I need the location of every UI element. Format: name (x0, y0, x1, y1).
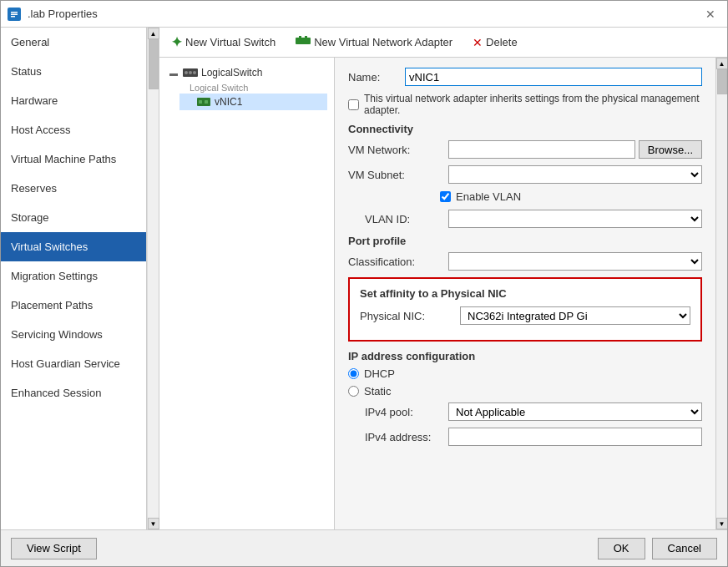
name-input[interactable] (405, 68, 702, 86)
delete-label: Delete (486, 36, 518, 48)
physical-nic-row: Physical NIC: NC362i Integrated DP Gi (360, 306, 690, 325)
sidebar-item-reserves[interactable]: Reserves (1, 174, 146, 203)
vm-network-label: VM Network: (348, 144, 448, 156)
physical-nic-select[interactable]: NC362i Integrated DP Gi (460, 306, 690, 325)
inherit-checkbox[interactable] (348, 99, 359, 110)
delete-icon: ✕ (473, 36, 483, 49)
sidebar-item-placement[interactable]: Placement Paths (1, 291, 146, 320)
svg-point-8 (185, 71, 188, 74)
scroll-track-detail (716, 69, 728, 518)
sidebar-item-virtual-switches[interactable]: Virtual Switches (1, 232, 146, 261)
window-title: .lab Properties (28, 8, 98, 20)
logical-switch-label: LogicalSwitch (201, 67, 262, 78)
browse-button[interactable]: Browse... (639, 140, 702, 159)
sidebar-item-servicing[interactable]: Servicing Windows (1, 320, 146, 349)
ip-config-header: IP address configuration (348, 350, 702, 362)
dhcp-label: DHCP (364, 367, 395, 380)
static-row: Static (348, 385, 702, 397)
vlan-id-select[interactable] (448, 210, 702, 228)
sidebar-item-general[interactable]: General (1, 28, 146, 57)
main-panel: ✦ New Virtual Switch New Virtual Network… (159, 28, 727, 529)
tree-expand-icon[interactable]: ▬ (169, 68, 179, 78)
ok-button[interactable]: OK (598, 538, 645, 559)
sidebar-item-status[interactable]: Status (1, 57, 146, 86)
vnic1-label: vNIC1 (215, 96, 242, 108)
vm-network-input[interactable] (448, 140, 635, 159)
tree-item-logical-switch[interactable]: ▬ LogicalSwitch (166, 64, 327, 81)
dhcp-radio[interactable] (348, 368, 359, 379)
sidebar-item-host-access[interactable]: Host Access (1, 115, 146, 144)
svg-rect-5 (299, 36, 301, 38)
cancel-button[interactable]: Cancel (652, 538, 717, 559)
sidebar-item-enhanced[interactable]: Enhanced Session (1, 378, 146, 408)
scroll-thumb[interactable] (149, 39, 159, 89)
new-virtual-switch-button[interactable]: ✦ New Virtual Switch (168, 33, 279, 52)
affinity-box: Set affinity to a Physical NIC Physical … (348, 277, 702, 342)
sidebar-item-hardware[interactable]: Hardware (1, 86, 146, 115)
panel-content: ▬ LogicalSwitch Logical Switch (159, 58, 727, 529)
ipv4-pool-row: IPv4 pool: Not Applicable (348, 402, 702, 421)
vm-subnet-select[interactable] (448, 165, 702, 184)
ipv4-pool-label: IPv4 pool: (348, 406, 448, 418)
new-virtual-switch-label: New Virtual Switch (185, 36, 276, 48)
svg-rect-13 (205, 100, 208, 104)
vm-subnet-label: VM Subnet: (348, 169, 448, 181)
footer-right: OK Cancel (598, 538, 717, 559)
inherit-label: This virtual network adapter inherits se… (364, 93, 702, 116)
footer-left: View Script (11, 538, 97, 559)
tree-item-vnic1[interactable]: vNIC1 (179, 94, 327, 110)
enable-vlan-row: Enable VLAN (348, 190, 702, 203)
port-profile-header: Port profile (348, 235, 702, 247)
view-script-button[interactable]: View Script (11, 538, 97, 559)
inherit-row: This virtual network adapter inherits se… (348, 93, 702, 116)
title-bar: .lab Properties ✕ (1, 1, 727, 28)
footer: View Script OK Cancel (1, 529, 727, 566)
static-radio[interactable] (348, 386, 359, 397)
scroll-up-detail[interactable]: ▲ (716, 58, 728, 69)
svg-rect-4 (296, 38, 311, 44)
main-window: .lab Properties ✕ General Status Hardwar… (0, 0, 728, 567)
scroll-thumb-detail[interactable] (717, 69, 727, 94)
scroll-track (148, 39, 159, 518)
scroll-down-arrow[interactable]: ▼ (148, 518, 159, 529)
new-virtual-network-adapter-button[interactable]: New Virtual Network Adapter (292, 33, 456, 51)
ipv4-address-row: IPv4 address: (348, 428, 702, 446)
scroll-up-arrow[interactable]: ▲ (148, 28, 159, 39)
delete-button[interactable]: ✕ Delete (469, 34, 521, 51)
static-label: Static (364, 385, 392, 397)
ipv4-pool-select[interactable]: Not Applicable (448, 402, 702, 421)
close-button[interactable]: ✕ (700, 4, 720, 24)
tree-children: vNIC1 (166, 94, 327, 110)
sidebar-item-vm-paths[interactable]: Virtual Machine Paths (1, 144, 146, 174)
tree-panel: ▬ LogicalSwitch Logical Switch (159, 58, 335, 529)
adapter-icon (296, 35, 311, 49)
vlan-id-row: VLAN ID: (348, 210, 702, 228)
scroll-down-detail[interactable]: ▼ (716, 518, 728, 529)
new-adapter-label: New Virtual Network Adapter (314, 36, 452, 48)
classification-select[interactable] (448, 252, 702, 271)
tree-sublabel-area: Logical Switch (166, 81, 327, 94)
physical-nic-label: Physical NIC: (360, 310, 460, 322)
enable-vlan-checkbox[interactable] (440, 191, 451, 202)
svg-point-10 (193, 71, 196, 74)
vnic-icon (196, 96, 211, 108)
sidebar-item-migration[interactable]: Migration Settings (1, 261, 146, 291)
classification-row: Classification: (348, 252, 702, 271)
name-label: Name: (348, 71, 398, 84)
svg-rect-3 (11, 16, 15, 18)
svg-rect-12 (199, 100, 202, 104)
svg-point-9 (189, 71, 192, 74)
window-icon (8, 8, 21, 21)
svg-rect-2 (11, 13, 18, 15)
name-row: Name: (348, 68, 702, 86)
classification-label: Classification: (348, 256, 448, 268)
sidebar-item-storage[interactable]: Storage (1, 203, 146, 232)
detail-panel: Name: This virtual network adapter inher… (335, 58, 715, 529)
sidebar-item-guardian[interactable]: Host Guardian Service (1, 349, 146, 378)
vm-subnet-row: VM Subnet: (348, 165, 702, 184)
new-switch-icon: ✦ (171, 34, 182, 50)
switch-icon (183, 67, 198, 78)
detail-scrollbar: ▲ ▼ (715, 58, 727, 529)
ipv4-address-input[interactable] (448, 428, 702, 446)
affinity-title: Set affinity to a Physical NIC (360, 287, 690, 300)
